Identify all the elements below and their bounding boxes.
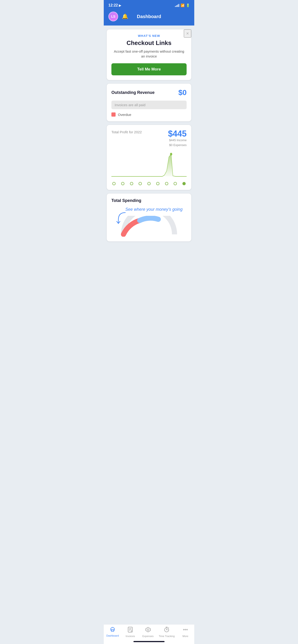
invoice-status: Invoices are all paid — [111, 100, 187, 109]
wifi-icon: 📶 — [181, 4, 184, 7]
header: LS 🔔 Dashboard — [104, 9, 194, 26]
overdue-color-dot — [111, 112, 116, 116]
whats-new-label: WHAT'S NEW — [111, 34, 187, 38]
location-icon: ▶ — [119, 4, 121, 7]
month-dot-8 — [174, 182, 177, 185]
spending-content: See where your money's going — [111, 207, 187, 237]
status-time: 12:22 ▶ — [108, 3, 121, 8]
revenue-title: Outstanding Revenue — [111, 90, 155, 95]
outstanding-revenue-card: Outstanding Revenue $0 Invoices are all … — [107, 84, 191, 122]
profit-header: Total Profit for 2022 $445 $445 Income $… — [111, 130, 187, 148]
month-dot-7 — [165, 182, 168, 185]
total-profit-card: Total Profit for 2022 $445 $445 Income $… — [107, 125, 191, 190]
overdue-label: Overdue — [118, 113, 131, 116]
page-title: Dashboard — [137, 14, 161, 19]
whats-new-title: Checkout Links — [111, 40, 187, 46]
notification-bell-icon[interactable]: 🔔 — [122, 14, 128, 20]
main-content: × WHAT'S NEW Checkout Links Accept fast … — [104, 26, 194, 272]
month-dot-9 — [182, 182, 186, 185]
profit-title: Total Profit for 2022 — [111, 130, 142, 134]
whats-new-card: × WHAT'S NEW Checkout Links Accept fast … — [107, 29, 191, 80]
spending-title: Total Spending — [111, 198, 187, 203]
clock: 12:22 — [108, 3, 118, 8]
profit-amount: $445 — [168, 130, 187, 138]
profit-chart — [111, 152, 187, 179]
overdue-row: Overdue — [111, 112, 187, 116]
month-dot-2 — [121, 182, 124, 185]
revenue-amount: $0 — [178, 88, 187, 97]
spending-tagline: See where your money's going — [125, 207, 187, 212]
status-icons: 📶 🔋 — [175, 4, 190, 7]
profit-details: $445 Income $0 Expenses — [168, 138, 187, 148]
arrow-icon — [116, 212, 128, 225]
close-button[interactable]: × — [184, 30, 191, 38]
whats-new-description: Accept fast one-off payments without cre… — [111, 49, 187, 59]
status-bar: 12:22 ▶ 📶 🔋 — [104, 0, 194, 9]
total-spending-card: Total Spending See where your money's go… — [107, 193, 191, 242]
month-dot-3 — [130, 182, 133, 185]
expenses-label: $0 Expenses — [168, 143, 187, 148]
battery-icon: 🔋 — [186, 4, 190, 7]
income-label: $445 Income — [168, 138, 187, 143]
signal-icon — [175, 4, 179, 7]
month-dots — [111, 182, 187, 185]
month-dot-4 — [139, 182, 142, 185]
month-dot-5 — [147, 182, 151, 185]
month-dot-1 — [112, 182, 116, 185]
month-dot-6 — [156, 182, 159, 185]
svg-point-0 — [170, 153, 172, 156]
revenue-header: Outstanding Revenue $0 — [111, 88, 187, 97]
tell-me-more-button[interactable]: Tell Me More — [111, 63, 187, 75]
avatar[interactable]: LS — [108, 12, 118, 21]
